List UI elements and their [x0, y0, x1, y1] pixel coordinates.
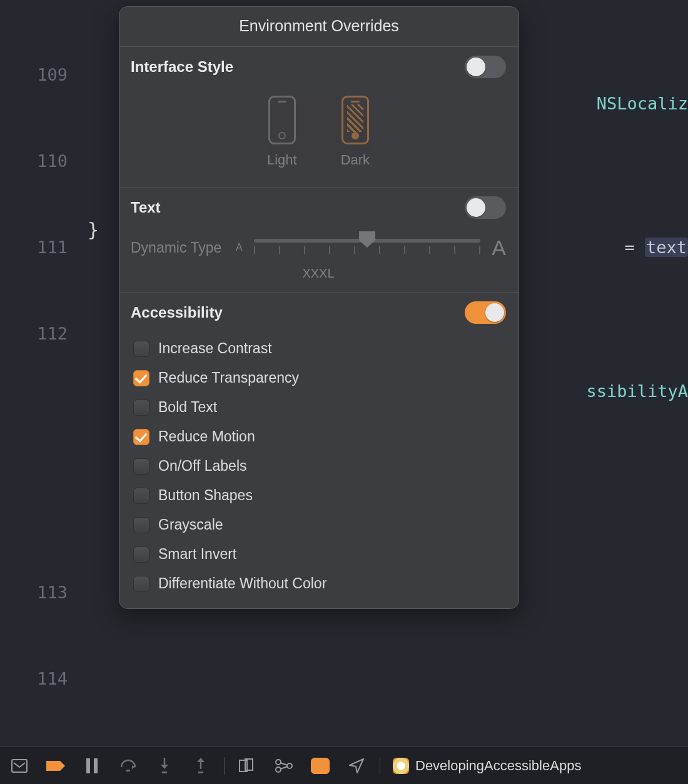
svg-point-8	[276, 760, 281, 765]
debug-bar: DevelopingAccessibleApps	[0, 746, 688, 784]
accessibility-option[interactable]: On/Off Labels	[133, 458, 506, 475]
code-token-highlight: text	[645, 238, 688, 257]
line-number: 109	[0, 61, 75, 89]
accessibility-option[interactable]: Grayscale	[133, 516, 506, 533]
interface-style-heading: Interface Style	[131, 58, 233, 76]
interface-style-light[interactable]: Light	[267, 96, 297, 168]
accessibility-option-label: On/Off Labels	[158, 458, 247, 475]
accessibility-heading: Accessibility	[131, 304, 223, 321]
slider-thumb[interactable]	[359, 231, 375, 248]
small-a-icon: A	[236, 242, 243, 253]
view-hierarchy-icon[interactable]	[237, 755, 258, 776]
popover-title: Environment Overrides	[119, 7, 519, 47]
checkbox[interactable]	[133, 429, 149, 445]
code-token: NSLocaliz	[597, 94, 688, 113]
svg-rect-11	[311, 758, 329, 773]
accessibility-option[interactable]: Smart Invert	[133, 546, 506, 563]
pause-icon[interactable]	[81, 755, 103, 776]
svg-rect-3	[126, 770, 130, 771]
section-interface-style: Interface Style Light Dark	[119, 47, 519, 188]
accessibility-option-label: Differentiate Without Color	[158, 575, 326, 592]
dynamic-type-value: XXXL	[131, 266, 506, 281]
location-icon[interactable]	[346, 755, 367, 776]
app-icon	[393, 758, 409, 774]
dynamic-type-slider[interactable]	[254, 235, 481, 260]
section-text: Text Dynamic Type A A XXXL	[119, 188, 519, 293]
separator	[224, 757, 225, 775]
checkbox[interactable]	[133, 370, 149, 386]
accessibility-toggle[interactable]	[465, 301, 506, 324]
accessibility-options-list: Increase ContrastReduce TransparencyBold…	[131, 340, 506, 592]
svg-point-14	[321, 766, 325, 770]
checkbox[interactable]	[133, 400, 149, 416]
step-over-icon[interactable]	[118, 755, 139, 776]
line-number: 113	[0, 578, 75, 607]
code-token: ssibilityA	[586, 381, 688, 401]
svg-point-12	[315, 761, 319, 765]
text-toggle[interactable]	[465, 196, 506, 219]
accessibility-option-label: Smart Invert	[158, 546, 236, 563]
accessibility-option-label: Bold Text	[158, 399, 217, 416]
accessibility-option-label: Button Shapes	[158, 487, 253, 504]
checkbox[interactable]	[133, 576, 149, 592]
large-a-icon: A	[492, 236, 506, 260]
checkbox[interactable]	[133, 341, 149, 357]
environment-overrides-icon[interactable]	[310, 755, 331, 776]
process-selector[interactable]: DevelopingAccessibleApps	[393, 758, 581, 774]
interface-style-dark[interactable]: Dark	[341, 96, 370, 168]
svg-rect-1	[86, 758, 90, 773]
dynamic-type-label: Dynamic Type	[131, 239, 225, 256]
breakpoint-icon[interactable]	[45, 755, 66, 776]
dark-label: Dark	[341, 152, 370, 168]
accessibility-option[interactable]: Button Shapes	[133, 487, 506, 504]
accessibility-option-label: Increase Contrast	[158, 340, 272, 357]
accessibility-option[interactable]: Increase Contrast	[133, 340, 506, 357]
checkbox[interactable]	[133, 458, 149, 475]
accessibility-option-label: Grayscale	[158, 516, 223, 533]
code-brace: }	[88, 216, 99, 244]
interface-style-toggle[interactable]	[465, 56, 506, 78]
svg-rect-4	[162, 771, 167, 773]
phone-light-icon	[268, 96, 296, 144]
svg-point-10	[287, 763, 292, 768]
line-number: 111	[0, 233, 75, 262]
code-token: =	[614, 238, 645, 257]
svg-rect-2	[94, 758, 98, 773]
toggle-console-icon[interactable]	[9, 755, 30, 776]
section-accessibility: Accessibility Increase ContrastReduce Tr…	[119, 293, 519, 608]
step-into-icon[interactable]	[154, 755, 175, 776]
line-gutter: 109 110 111 112 113 114 115	[0, 0, 75, 784]
step-out-icon[interactable]	[190, 755, 211, 776]
svg-rect-5	[198, 771, 203, 773]
accessibility-option[interactable]: Reduce Motion	[133, 428, 506, 445]
light-label: Light	[267, 152, 297, 168]
accessibility-option[interactable]: Reduce Transparency	[133, 369, 506, 386]
checkbox[interactable]	[133, 488, 149, 504]
accessibility-option[interactable]: Bold Text	[133, 399, 506, 416]
environment-overrides-popover: Environment Overrides Interface Style Li…	[119, 6, 519, 609]
checkbox[interactable]	[133, 517, 149, 533]
accessibility-option-label: Reduce Transparency	[158, 369, 299, 386]
separator	[380, 757, 380, 775]
line-number: 114	[0, 665, 75, 693]
accessibility-option-label: Reduce Motion	[158, 428, 255, 445]
memory-graph-icon[interactable]	[273, 755, 295, 776]
phone-dark-icon	[341, 96, 369, 144]
process-name: DevelopingAccessibleApps	[415, 758, 581, 774]
line-number: 112	[0, 319, 75, 348]
text-heading: Text	[131, 199, 161, 216]
svg-point-9	[276, 767, 281, 772]
checkbox[interactable]	[133, 546, 149, 563]
line-number: 110	[0, 147, 75, 176]
svg-rect-0	[12, 760, 27, 772]
accessibility-option[interactable]: Differentiate Without Color	[133, 575, 506, 592]
